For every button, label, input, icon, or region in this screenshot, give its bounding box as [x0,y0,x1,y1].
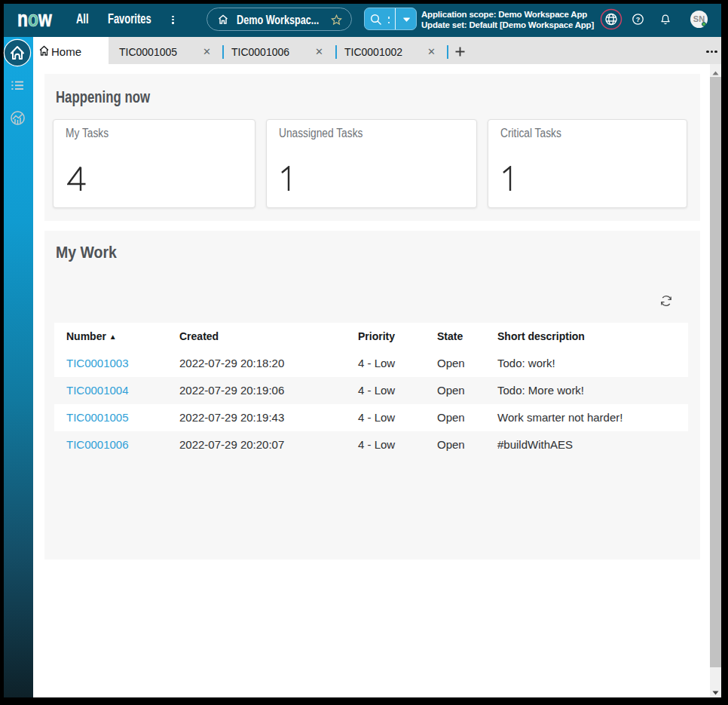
svg-text:?: ? [636,16,641,23]
